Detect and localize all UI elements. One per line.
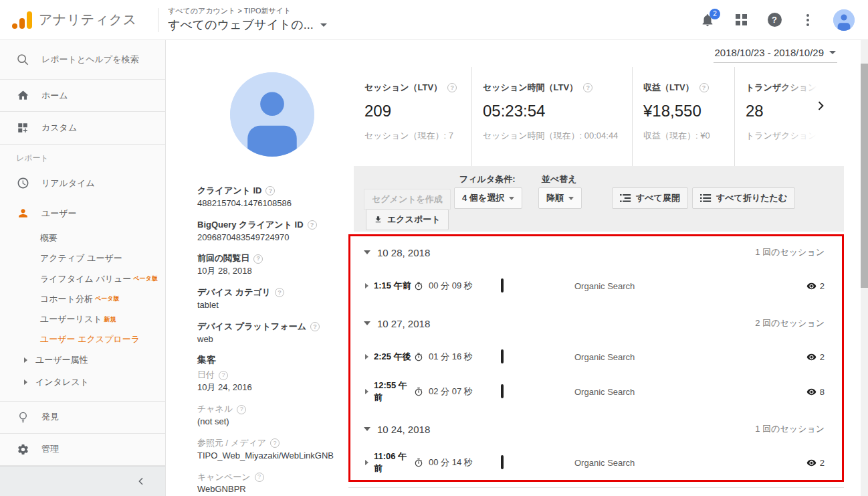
metrics-scroll-right-icon[interactable]: [814, 98, 827, 114]
sidebar-item-home[interactable]: ホーム: [0, 80, 165, 112]
session-channel: Organic Search: [574, 352, 806, 362]
pageviews-eye-icon: [806, 281, 817, 291]
help-icon[interactable]: [265, 186, 275, 195]
help-icon[interactable]: [253, 254, 263, 264]
field-value: 10月 28, 2018: [197, 265, 347, 278]
sidebar-item-demographics[interactable]: ユーザー属性: [0, 349, 165, 371]
chevron-down-icon: [364, 321, 370, 325]
red-annotation-box: 10 28, 2018 1 回のセッション 1:15 午前 00 分 09 秒: [348, 234, 844, 482]
session-group-header[interactable]: 10 27, 2018 2 回のセッション: [350, 307, 842, 339]
chevron-down-icon: [320, 23, 327, 27]
main-content: 2018/10/23 - 2018/10/29 クライアント ID 488215…: [167, 40, 868, 496]
session-time: 11:06 午前: [374, 450, 414, 475]
profile-field-client-id: クライアント ID 488215704.1476108586: [197, 185, 347, 210]
field-label: BigQuery クライアント ID: [197, 219, 304, 232]
search-label: レポートとヘルプを検索: [41, 54, 138, 66]
help-icon[interactable]: [219, 371, 228, 380]
field-value: WebGNBPR: [197, 483, 347, 496]
help-icon[interactable]: [237, 405, 246, 414]
export-button[interactable]: エクスポート: [366, 209, 449, 230]
view-selector[interactable]: すべてのウェブサイトの...: [168, 17, 327, 33]
apps-grid-icon[interactable]: [733, 12, 749, 28]
date-range-selector[interactable]: 2018/10/23 - 2018/10/29: [714, 44, 837, 63]
timer-icon: [414, 352, 423, 362]
session-time: 1:15 午前: [374, 280, 414, 292]
sidebar-item-overview[interactable]: 概要: [0, 228, 165, 248]
filter-count-select[interactable]: 4 個を選択: [454, 187, 522, 209]
sidebar-item-user-explorer[interactable]: ユーザー エクスプローラ: [0, 329, 165, 349]
sidebar-item-label: アクティブ ユーザー: [40, 252, 122, 264]
metric-title: 収益（LTV）: [643, 82, 694, 94]
chevron-down-icon: [364, 427, 370, 431]
metric-card-transactions-ltv: トランザクション数（L 28 トランザクション数（現: [734, 67, 844, 166]
sidebar-item-custom[interactable]: カスタム: [0, 112, 165, 145]
help-icon[interactable]: [447, 83, 457, 92]
session-row[interactable]: 2:25 午後 01 分 16 秒 Organic Search 2: [350, 339, 842, 374]
chevron-down-icon: [568, 197, 574, 200]
sidebar-item-cohort-analysis[interactable]: コホート分析 ベータ版: [0, 289, 165, 309]
help-icon[interactable]: [699, 83, 709, 92]
analytics-logo-block[interactable]: アナリティクス: [0, 11, 155, 29]
sort-order-select[interactable]: 降順: [538, 187, 582, 209]
sidebar-item-interests[interactable]: インタレスト: [0, 371, 165, 393]
chevron-down-icon: [364, 250, 370, 254]
metric-subtitle: セッション時間（現在）: 00:04:44: [483, 130, 632, 142]
sidebar-item-admin[interactable]: 管理: [0, 434, 165, 466]
session-row[interactable]: 12:55 午前 02 分 07 秒 Organic Search 8: [350, 374, 842, 409]
help-icon[interactable]: [270, 438, 280, 448]
notifications-bell-icon[interactable]: 2: [699, 12, 716, 28]
sidebar-item-users[interactable]: ユーザー: [0, 198, 165, 228]
grid-icon: [736, 14, 747, 25]
session-group-header[interactable]: 10 28, 2018 1 回のセッション: [350, 236, 842, 268]
select-value: 降順: [546, 192, 564, 204]
session-row[interactable]: 11:06 午前 00 分 14 秒 Organic Search 2: [350, 445, 842, 480]
account-avatar[interactable]: [833, 9, 855, 31]
help-icon[interactable]: [583, 83, 592, 92]
session-row[interactable]: 1:15 午前 00 分 09 秒 Organic Search 2: [350, 268, 842, 303]
beta-badge: ベータ版: [95, 295, 119, 303]
profile-field-source-medium: 参照元 / メディア TIPO_Web_Miyazaki/WebLinkGNB: [197, 437, 347, 463]
lightbulb-icon: [16, 411, 29, 424]
sidebar-item-user-list[interactable]: ユーザーリスト 新規: [0, 309, 165, 329]
session-channel: Organic Search: [574, 387, 806, 397]
help-icon[interactable]: [310, 322, 320, 331]
sidebar-item-lifetime-value[interactable]: ライフタイム バリュー ベータ版: [0, 268, 165, 288]
more-vert-icon[interactable]: [800, 12, 816, 28]
collapse-all-icon: [700, 193, 712, 203]
sidebar-item-active-users[interactable]: アクティブ ユーザー: [0, 248, 165, 268]
button-label: セグメントを作成: [372, 193, 443, 205]
group-date: 10 24, 2018: [377, 424, 430, 435]
sidebar-item-discover[interactable]: 発見: [0, 402, 165, 434]
session-group: 10 27, 2018 2 回のセッション 2:25 午後 01 分 16 秒: [350, 307, 842, 409]
search-input[interactable]: レポートとヘルプを検索: [0, 40, 165, 80]
expand-all-button[interactable]: すべて展開: [612, 187, 688, 209]
chevron-right-icon: [365, 460, 368, 465]
collapse-sidebar-icon[interactable]: [136, 476, 146, 487]
create-segment-button[interactable]: セグメントを作成: [364, 189, 451, 210]
user-profile-panel: クライアント ID 488215704.1476108586 BigQuery …: [177, 67, 354, 496]
scrollbar-track[interactable]: [861, 40, 868, 496]
sidebar: レポートとヘルプを検索 ホーム カスタム レポート リアルタイム ユーザー 概要…: [0, 40, 166, 496]
scrollbar-thumb[interactable]: [861, 64, 868, 288]
header-divider: [158, 8, 158, 32]
timer-icon: [414, 281, 423, 291]
sidebar-item-label: 発見: [41, 411, 59, 423]
session-duration: 00 分 09 秒: [429, 280, 473, 292]
beta-badge: ベータ版: [133, 274, 157, 283]
session-duration: 02 分 07 秒: [429, 386, 473, 398]
session-group-header[interactable]: 10 24, 2018 1 回のセッション: [350, 413, 842, 445]
help-icon[interactable]: [255, 473, 264, 482]
group-session-count: 1 回のセッション: [755, 423, 825, 435]
collapse-all-button[interactable]: すべて折りたたむ: [692, 187, 795, 209]
profile-field-device-platform: デバイス プラットフォーム web: [197, 321, 347, 346]
help-icon[interactable]: [308, 220, 317, 230]
chevron-right-icon: [365, 354, 368, 359]
help-icon[interactable]: [275, 288, 284, 297]
google-analytics-logo-icon: [12, 11, 32, 29]
sidebar-item-realtime[interactable]: リアルタイム: [0, 168, 165, 198]
clock-icon: [16, 177, 29, 189]
help-icon[interactable]: ?: [766, 12, 782, 28]
sidebar-item-label: 概要: [40, 232, 58, 244]
session-time: 2:25 午後: [374, 351, 414, 363]
field-value: TIPO_Web_Miyazaki/WebLinkGNB: [197, 450, 347, 463]
